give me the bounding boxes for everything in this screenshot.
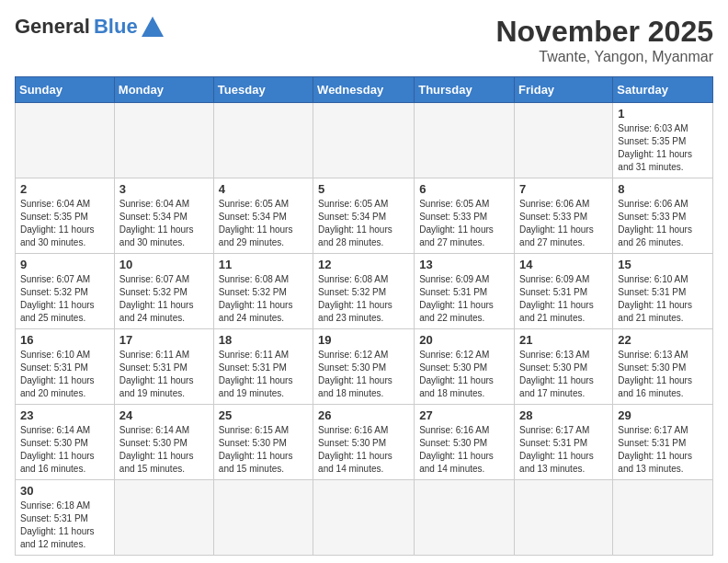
day-cell: 1Sunrise: 6:03 AM Sunset: 5:35 PM Daylig… — [613, 103, 713, 178]
day-info: Sunrise: 6:17 AM Sunset: 5:31 PM Dayligh… — [519, 424, 608, 476]
day-info: Sunrise: 6:05 AM Sunset: 5:34 PM Dayligh… — [318, 198, 409, 249]
day-cell — [16, 103, 115, 178]
day-info: Sunrise: 6:09 AM Sunset: 5:31 PM Dayligh… — [419, 273, 509, 325]
day-cell: 27Sunrise: 6:16 AM Sunset: 5:30 PM Dayli… — [415, 405, 515, 480]
svg-marker-0 — [142, 17, 164, 37]
day-cell: 4Sunrise: 6:05 AM Sunset: 5:34 PM Daylig… — [213, 178, 313, 254]
day-number: 7 — [519, 182, 608, 196]
day-cell: 24Sunrise: 6:14 AM Sunset: 5:30 PM Dayli… — [114, 405, 213, 480]
week-row-4: 23Sunrise: 6:14 AM Sunset: 5:30 PM Dayli… — [16, 405, 713, 480]
day-info: Sunrise: 6:15 AM Sunset: 5:30 PM Dayligh… — [219, 424, 308, 476]
day-cell: 19Sunrise: 6:12 AM Sunset: 5:30 PM Dayli… — [313, 329, 415, 405]
day-cell: 20Sunrise: 6:12 AM Sunset: 5:30 PM Dayli… — [415, 329, 515, 405]
day-cell: 26Sunrise: 6:16 AM Sunset: 5:30 PM Dayli… — [313, 405, 415, 480]
day-info: Sunrise: 6:06 AM Sunset: 5:33 PM Dayligh… — [618, 198, 708, 249]
day-info: Sunrise: 6:14 AM Sunset: 5:30 PM Dayligh… — [119, 424, 209, 476]
day-number: 26 — [318, 408, 409, 422]
header-row: SundayMondayTuesdayWednesdayThursdayFrid… — [16, 77, 713, 103]
header: General Blue November 2025 Twante, Yango… — [15, 15, 713, 65]
day-cell: 23Sunrise: 6:14 AM Sunset: 5:30 PM Dayli… — [16, 405, 115, 480]
weekday-header-wednesday: Wednesday — [313, 77, 415, 103]
day-cell: 28Sunrise: 6:17 AM Sunset: 5:31 PM Dayli… — [515, 405, 613, 480]
day-cell: 7Sunrise: 6:06 AM Sunset: 5:33 PM Daylig… — [515, 178, 613, 254]
day-info: Sunrise: 6:10 AM Sunset: 5:31 PM Dayligh… — [618, 273, 708, 325]
day-info: Sunrise: 6:12 AM Sunset: 5:30 PM Dayligh… — [419, 349, 509, 400]
day-cell: 12Sunrise: 6:08 AM Sunset: 5:32 PM Dayli… — [313, 254, 415, 329]
day-info: Sunrise: 6:04 AM Sunset: 5:35 PM Dayligh… — [20, 198, 109, 249]
day-number: 10 — [119, 258, 209, 271]
weekday-header-thursday: Thursday — [415, 77, 515, 103]
day-cell: 17Sunrise: 6:11 AM Sunset: 5:31 PM Dayli… — [114, 329, 213, 405]
day-cell: 2Sunrise: 6:04 AM Sunset: 5:35 PM Daylig… — [16, 178, 115, 254]
day-info: Sunrise: 6:05 AM Sunset: 5:33 PM Dayligh… — [419, 198, 509, 249]
calendar-table: SundayMondayTuesdayWednesdayThursdayFrid… — [15, 76, 713, 556]
day-cell — [613, 480, 713, 556]
day-info: Sunrise: 6:13 AM Sunset: 5:30 PM Dayligh… — [618, 349, 708, 400]
day-number: 24 — [119, 408, 209, 422]
day-cell: 3Sunrise: 6:04 AM Sunset: 5:34 PM Daylig… — [114, 178, 213, 254]
day-number: 27 — [419, 408, 509, 422]
day-number: 9 — [20, 258, 109, 271]
day-number: 1 — [618, 107, 708, 121]
day-number: 30 — [20, 484, 109, 498]
day-number: 28 — [519, 408, 608, 422]
day-cell — [114, 480, 213, 556]
day-cell: 15Sunrise: 6:10 AM Sunset: 5:31 PM Dayli… — [613, 254, 713, 329]
day-info: Sunrise: 6:11 AM Sunset: 5:31 PM Dayligh… — [119, 349, 209, 400]
day-info: Sunrise: 6:03 AM Sunset: 5:35 PM Dayligh… — [618, 122, 708, 174]
week-row-3: 16Sunrise: 6:10 AM Sunset: 5:31 PM Dayli… — [16, 329, 713, 405]
week-row-1: 2Sunrise: 6:04 AM Sunset: 5:35 PM Daylig… — [16, 178, 713, 254]
day-number: 11 — [219, 258, 308, 271]
day-info: Sunrise: 6:16 AM Sunset: 5:30 PM Dayligh… — [318, 424, 409, 476]
day-cell — [114, 103, 213, 178]
day-number: 5 — [318, 182, 409, 196]
day-number: 22 — [618, 333, 708, 347]
week-row-5: 30Sunrise: 6:18 AM Sunset: 5:31 PM Dayli… — [16, 480, 713, 556]
weekday-header-sunday: Sunday — [16, 77, 115, 103]
day-info: Sunrise: 6:05 AM Sunset: 5:34 PM Dayligh… — [219, 198, 308, 249]
day-number: 29 — [618, 408, 708, 422]
day-cell — [313, 103, 415, 178]
logo-text-general: General — [15, 15, 90, 39]
day-number: 6 — [419, 182, 509, 196]
day-number: 14 — [519, 258, 608, 271]
location-title: Twante, Yangon, Myanmar — [495, 49, 713, 65]
day-info: Sunrise: 6:14 AM Sunset: 5:30 PM Dayligh… — [20, 424, 109, 476]
day-info: Sunrise: 6:16 AM Sunset: 5:30 PM Dayligh… — [419, 424, 509, 476]
day-cell — [415, 480, 515, 556]
day-number: 3 — [119, 182, 209, 196]
day-cell: 10Sunrise: 6:07 AM Sunset: 5:32 PM Dayli… — [114, 254, 213, 329]
day-info: Sunrise: 6:07 AM Sunset: 5:32 PM Dayligh… — [119, 273, 209, 325]
day-cell — [213, 103, 313, 178]
week-row-2: 9Sunrise: 6:07 AM Sunset: 5:32 PM Daylig… — [16, 254, 713, 329]
day-cell: 8Sunrise: 6:06 AM Sunset: 5:33 PM Daylig… — [613, 178, 713, 254]
day-number: 17 — [119, 333, 209, 347]
day-number: 21 — [519, 333, 608, 347]
day-info: Sunrise: 6:08 AM Sunset: 5:32 PM Dayligh… — [318, 273, 409, 325]
day-cell: 6Sunrise: 6:05 AM Sunset: 5:33 PM Daylig… — [415, 178, 515, 254]
day-number: 23 — [20, 408, 109, 422]
day-cell: 22Sunrise: 6:13 AM Sunset: 5:30 PM Dayli… — [613, 329, 713, 405]
day-info: Sunrise: 6:06 AM Sunset: 5:33 PM Dayligh… — [519, 198, 608, 249]
day-info: Sunrise: 6:17 AM Sunset: 5:31 PM Dayligh… — [618, 424, 708, 476]
day-cell: 25Sunrise: 6:15 AM Sunset: 5:30 PM Dayli… — [213, 405, 313, 480]
day-cell: 9Sunrise: 6:07 AM Sunset: 5:32 PM Daylig… — [16, 254, 115, 329]
day-info: Sunrise: 6:11 AM Sunset: 5:31 PM Dayligh… — [219, 349, 308, 400]
day-info: Sunrise: 6:12 AM Sunset: 5:30 PM Dayligh… — [318, 349, 409, 400]
day-number: 12 — [318, 258, 409, 271]
month-title: November 2025 — [495, 15, 713, 49]
day-number: 25 — [219, 408, 308, 422]
day-info: Sunrise: 6:18 AM Sunset: 5:31 PM Dayligh… — [20, 500, 109, 551]
day-cell: 11Sunrise: 6:08 AM Sunset: 5:32 PM Dayli… — [213, 254, 313, 329]
day-cell: 13Sunrise: 6:09 AM Sunset: 5:31 PM Dayli… — [415, 254, 515, 329]
day-number: 13 — [419, 258, 509, 271]
day-number: 8 — [618, 182, 708, 196]
day-cell — [515, 480, 613, 556]
day-cell — [515, 103, 613, 178]
weekday-header-tuesday: Tuesday — [213, 77, 313, 103]
day-info: Sunrise: 6:09 AM Sunset: 5:31 PM Dayligh… — [519, 273, 608, 325]
day-cell: 5Sunrise: 6:05 AM Sunset: 5:34 PM Daylig… — [313, 178, 415, 254]
day-cell — [313, 480, 415, 556]
day-info: Sunrise: 6:10 AM Sunset: 5:31 PM Dayligh… — [20, 349, 109, 400]
day-number: 20 — [419, 333, 509, 347]
